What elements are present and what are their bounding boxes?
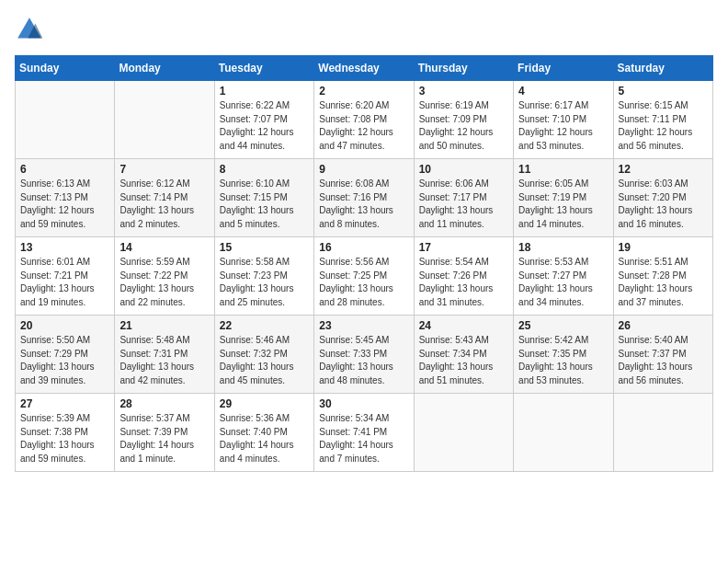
calendar-week: 20Sunrise: 5:50 AM Sunset: 7:29 PM Dayli… — [16, 316, 713, 394]
day-number: 27 — [20, 397, 109, 410]
day-number: 29 — [220, 397, 309, 410]
calendar-week: 13Sunrise: 6:01 AM Sunset: 7:21 PM Dayli… — [16, 237, 713, 316]
day-number: 22 — [220, 319, 309, 332]
header-day: Wednesday — [314, 56, 414, 81]
day-number: 21 — [119, 319, 209, 332]
day-info: Sunrise: 5:34 AM Sunset: 7:41 PM Dayligh… — [319, 412, 408, 465]
day-info: Sunrise: 6:19 AM Sunset: 7:09 PM Dayligh… — [419, 99, 508, 153]
day-info: Sunrise: 5:43 AM Sunset: 7:34 PM Dayligh… — [419, 334, 508, 387]
day-number: 9 — [319, 163, 408, 176]
calendar-week: 6Sunrise: 6:13 AM Sunset: 7:13 PM Daylig… — [16, 159, 713, 237]
day-number: 15 — [220, 241, 309, 254]
day-number: 24 — [419, 319, 508, 332]
calendar-cell: 7Sunrise: 6:12 AM Sunset: 7:14 PM Daylig… — [115, 159, 214, 237]
day-info: Sunrise: 5:36 AM Sunset: 7:40 PM Dayligh… — [220, 412, 309, 465]
calendar-cell: 1Sunrise: 6:22 AM Sunset: 7:07 PM Daylig… — [214, 81, 313, 159]
day-number: 11 — [518, 163, 608, 176]
day-info: Sunrise: 6:08 AM Sunset: 7:16 PM Dayligh… — [319, 178, 408, 231]
day-info: Sunrise: 5:39 AM Sunset: 7:38 PM Dayligh… — [20, 412, 109, 465]
day-info: Sunrise: 5:42 AM Sunset: 7:35 PM Dayligh… — [518, 334, 608, 387]
logo — [15, 15, 48, 44]
day-number: 28 — [119, 397, 209, 410]
day-info: Sunrise: 6:12 AM Sunset: 7:14 PM Dayligh… — [119, 178, 209, 231]
day-info: Sunrise: 5:53 AM Sunset: 7:27 PM Dayligh… — [518, 256, 608, 309]
calendar-cell: 10Sunrise: 6:06 AM Sunset: 7:17 PM Dayli… — [414, 159, 513, 237]
day-number: 18 — [518, 241, 608, 254]
day-info: Sunrise: 5:54 AM Sunset: 7:26 PM Dayligh… — [419, 256, 508, 309]
calendar-cell: 14Sunrise: 5:59 AM Sunset: 7:22 PM Dayli… — [115, 237, 214, 316]
calendar-cell: 12Sunrise: 6:03 AM Sunset: 7:20 PM Dayli… — [613, 159, 712, 237]
day-number: 2 — [319, 85, 408, 98]
calendar-cell: 9Sunrise: 6:08 AM Sunset: 7:16 PM Daylig… — [314, 159, 414, 237]
calendar-week: 1Sunrise: 6:22 AM Sunset: 7:07 PM Daylig… — [16, 81, 713, 159]
calendar-cell: 3Sunrise: 6:19 AM Sunset: 7:09 PM Daylig… — [414, 81, 513, 159]
day-number: 16 — [319, 241, 408, 254]
calendar-cell: 23Sunrise: 5:45 AM Sunset: 7:33 PM Dayli… — [314, 316, 414, 394]
day-number: 1 — [220, 85, 309, 98]
header-day: Tuesday — [214, 56, 313, 81]
calendar-cell: 21Sunrise: 5:48 AM Sunset: 7:31 PM Dayli… — [115, 316, 214, 394]
day-number: 30 — [319, 397, 408, 410]
day-info: Sunrise: 6:15 AM Sunset: 7:11 PM Dayligh… — [619, 99, 708, 153]
day-info: Sunrise: 6:17 AM Sunset: 7:10 PM Dayligh… — [518, 99, 608, 153]
day-info: Sunrise: 5:48 AM Sunset: 7:31 PM Dayligh… — [119, 334, 209, 387]
day-number: 14 — [119, 241, 209, 254]
header-day: Friday — [514, 56, 613, 81]
calendar-cell: 16Sunrise: 5:56 AM Sunset: 7:25 PM Dayli… — [314, 237, 414, 316]
day-info: Sunrise: 5:51 AM Sunset: 7:28 PM Dayligh… — [619, 256, 708, 309]
calendar-cell: 4Sunrise: 6:17 AM Sunset: 7:10 PM Daylig… — [514, 81, 613, 159]
day-info: Sunrise: 6:22 AM Sunset: 7:07 PM Dayligh… — [220, 99, 309, 153]
day-info: Sunrise: 5:56 AM Sunset: 7:25 PM Dayligh… — [319, 256, 408, 309]
calendar-cell: 28Sunrise: 5:37 AM Sunset: 7:39 PM Dayli… — [115, 394, 214, 472]
calendar-cell: 30Sunrise: 5:34 AM Sunset: 7:41 PM Dayli… — [314, 394, 414, 472]
day-number: 5 — [619, 85, 708, 98]
calendar-cell: 11Sunrise: 6:05 AM Sunset: 7:19 PM Dayli… — [514, 159, 613, 237]
day-number: 19 — [619, 241, 708, 254]
calendar-cell: 27Sunrise: 5:39 AM Sunset: 7:38 PM Dayli… — [16, 394, 115, 472]
calendar-cell: 22Sunrise: 5:46 AM Sunset: 7:32 PM Dayli… — [214, 316, 313, 394]
day-number: 6 — [20, 163, 109, 176]
calendar-cell: 24Sunrise: 5:43 AM Sunset: 7:34 PM Dayli… — [414, 316, 513, 394]
calendar-cell: 25Sunrise: 5:42 AM Sunset: 7:35 PM Dayli… — [514, 316, 613, 394]
day-info: Sunrise: 6:05 AM Sunset: 7:19 PM Dayligh… — [518, 178, 608, 231]
calendar-header: SundayMondayTuesdayWednesdayThursdayFrid… — [16, 56, 713, 81]
calendar-cell — [16, 81, 115, 159]
calendar-cell: 15Sunrise: 5:58 AM Sunset: 7:23 PM Dayli… — [214, 237, 313, 316]
day-number: 13 — [20, 241, 109, 254]
calendar-cell: 5Sunrise: 6:15 AM Sunset: 7:11 PM Daylig… — [613, 81, 712, 159]
day-info: Sunrise: 5:50 AM Sunset: 7:29 PM Dayligh… — [20, 334, 109, 387]
day-info: Sunrise: 5:58 AM Sunset: 7:23 PM Dayligh… — [220, 256, 309, 309]
day-info: Sunrise: 6:10 AM Sunset: 7:15 PM Dayligh… — [220, 178, 309, 231]
day-info: Sunrise: 5:37 AM Sunset: 7:39 PM Dayligh… — [119, 412, 209, 465]
header-day: Sunday — [16, 56, 115, 81]
calendar-cell — [115, 81, 214, 159]
calendar-cell: 6Sunrise: 6:13 AM Sunset: 7:13 PM Daylig… — [16, 159, 115, 237]
day-info: Sunrise: 6:20 AM Sunset: 7:08 PM Dayligh… — [319, 99, 408, 153]
calendar-cell — [514, 394, 613, 472]
calendar-cell: 13Sunrise: 6:01 AM Sunset: 7:21 PM Dayli… — [16, 237, 115, 316]
header-day: Saturday — [613, 56, 712, 81]
calendar-cell: 2Sunrise: 6:20 AM Sunset: 7:08 PM Daylig… — [314, 81, 414, 159]
day-number: 25 — [518, 319, 608, 332]
day-number: 10 — [419, 163, 508, 176]
day-number: 8 — [220, 163, 309, 176]
header-day: Monday — [115, 56, 214, 81]
day-info: Sunrise: 6:13 AM Sunset: 7:13 PM Dayligh… — [20, 178, 109, 231]
calendar-cell — [414, 394, 513, 472]
day-number: 17 — [419, 241, 508, 254]
day-info: Sunrise: 5:59 AM Sunset: 7:22 PM Dayligh… — [119, 256, 209, 309]
calendar-cell: 26Sunrise: 5:40 AM Sunset: 7:37 PM Dayli… — [613, 316, 712, 394]
calendar-table: SundayMondayTuesdayWednesdayThursdayFrid… — [15, 55, 713, 472]
calendar-cell: 17Sunrise: 5:54 AM Sunset: 7:26 PM Dayli… — [414, 237, 513, 316]
day-info: Sunrise: 5:45 AM Sunset: 7:33 PM Dayligh… — [319, 334, 408, 387]
header-day: Thursday — [414, 56, 513, 81]
day-info: Sunrise: 6:03 AM Sunset: 7:20 PM Dayligh… — [619, 178, 708, 231]
calendar-cell: 20Sunrise: 5:50 AM Sunset: 7:29 PM Dayli… — [16, 316, 115, 394]
calendar-cell: 18Sunrise: 5:53 AM Sunset: 7:27 PM Dayli… — [514, 237, 613, 316]
day-number: 20 — [20, 319, 109, 332]
day-number: 23 — [319, 319, 408, 332]
calendar-cell: 19Sunrise: 5:51 AM Sunset: 7:28 PM Dayli… — [613, 237, 712, 316]
day-number: 4 — [518, 85, 608, 98]
day-info: Sunrise: 6:01 AM Sunset: 7:21 PM Dayligh… — [20, 256, 109, 309]
calendar-week: 27Sunrise: 5:39 AM Sunset: 7:38 PM Dayli… — [16, 394, 713, 472]
